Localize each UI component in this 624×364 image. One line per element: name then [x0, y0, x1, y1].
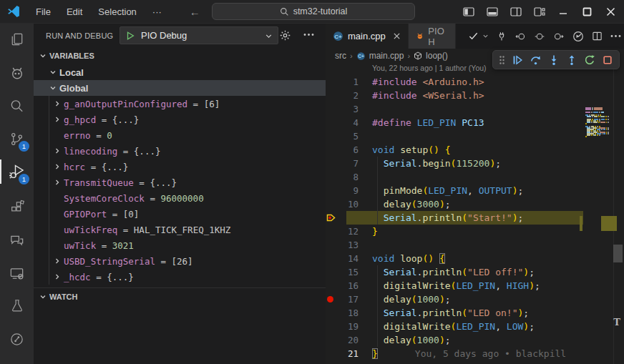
gear-icon[interactable] — [279, 29, 291, 41]
activity-explorer[interactable] — [0, 24, 34, 56]
variable-row[interactable]: uwTickFreq = HAL_TICK_FREQ_1KHZ — [34, 222, 326, 237]
variable-row[interactable]: g_hpcd = {...} — [34, 112, 326, 127]
more-actions-icon[interactable] — [303, 33, 314, 36]
code-line-10[interactable]: 10 delay(3000); — [326, 197, 624, 211]
activity-comments[interactable] — [0, 224, 34, 257]
activity-remote-explorer[interactable] — [0, 257, 34, 290]
gutter-marker[interactable] — [326, 184, 337, 197]
gutter-marker[interactable] — [326, 320, 337, 333]
step-into-icon[interactable] — [548, 54, 560, 66]
menu-selection[interactable]: Selection — [90, 0, 144, 24]
code-line-9[interactable]: 9 pinMode(LED_PIN, OUTPUT); — [326, 184, 624, 197]
activity-run-debug[interactable]: 1 — [0, 155, 34, 188]
code-editor[interactable]: You, 22 hours ago | 1 author (You) 1#inc… — [326, 63, 624, 364]
gutter-marker[interactable] — [326, 211, 337, 225]
code-line-5[interactable]: 5 — [326, 129, 624, 143]
watch-section-header[interactable]: WATCH — [34, 287, 326, 305]
circle-arrow-left-icon[interactable] — [515, 31, 526, 41]
step-over-icon[interactable] — [530, 54, 542, 66]
circle-arrow-right-icon[interactable] — [553, 31, 565, 41]
breakpoint-icon[interactable] — [327, 296, 333, 302]
stop-icon[interactable] — [602, 54, 613, 66]
tab-main-cpp[interactable]: C+ main.cpp — [326, 24, 409, 49]
run-or-debug-icon[interactable] — [572, 31, 584, 42]
pio-build-check-icon[interactable] — [468, 31, 479, 41]
code-line-8[interactable]: 8 — [326, 170, 624, 184]
activity-source-control[interactable]: 1 — [0, 122, 34, 155]
gutter-marker[interactable] — [326, 279, 337, 292]
code-line-7[interactable]: 7 Serial.begin(115200); — [326, 157, 624, 170]
code-line-19[interactable]: 19 digitalWrite(LED_PIN, LOW); — [326, 320, 624, 333]
gutter-marker[interactable] — [326, 157, 337, 170]
gutter-marker[interactable] — [326, 306, 337, 320]
code-line-17[interactable]: 17 delay(1000); — [326, 292, 624, 306]
activity-extensions[interactable] — [0, 191, 34, 224]
variable-row[interactable]: uwTick = 3021 — [34, 237, 326, 253]
code-line-2[interactable]: 2#include <WSerial.h> — [326, 89, 624, 102]
menu-more[interactable]: ··· — [145, 0, 170, 24]
gutter-marker[interactable] — [326, 347, 337, 360]
start-debug-icon[interactable] — [125, 31, 135, 41]
gutter-marker[interactable] — [326, 252, 337, 265]
scrollbar-thumb[interactable] — [613, 245, 623, 262]
breadcrumb-file[interactable]: main.cpp — [369, 51, 404, 61]
menu-edit[interactable]: Edit — [59, 0, 90, 24]
code-line-14[interactable]: 14void loop() { — [326, 252, 624, 265]
variable-row[interactable]: linecoding = {...} — [34, 143, 326, 159]
activity-search[interactable] — [0, 89, 34, 122]
gutter-marker[interactable] — [326, 89, 337, 102]
code-line-16[interactable]: 16 digitalWrite(LED_PIN, HIGH); — [326, 279, 624, 292]
gutter-marker[interactable] — [326, 102, 337, 116]
gutter-marker[interactable] — [326, 170, 337, 184]
gutter-marker[interactable] — [326, 197, 337, 211]
activity-platformio[interactable] — [0, 56, 34, 89]
tab-pio-home[interactable]: PIO H — [409, 24, 456, 49]
code-line-13[interactable]: 13 — [326, 238, 624, 252]
launch-config-select[interactable]: PIO Debug — [120, 26, 278, 44]
drag-handle-icon[interactable] — [499, 55, 505, 65]
variable-row[interactable]: g_anOutputPinConfigured = [6] — [34, 96, 326, 112]
continue-icon[interactable] — [512, 54, 523, 66]
gutter-marker[interactable] — [326, 333, 337, 347]
maximize-icon[interactable] — [577, 4, 596, 21]
minimap[interactable] — [585, 107, 610, 137]
gutter-marker[interactable] — [326, 225, 337, 238]
restart-icon[interactable] — [584, 54, 595, 66]
gutter-marker[interactable] — [326, 75, 337, 89]
code-line-18[interactable]: 18 Serial.println("LED on!"); — [326, 306, 624, 320]
code-line-6[interactable]: 6void setup() { — [326, 143, 624, 157]
tab-close-icon[interactable] — [393, 32, 401, 40]
gutter-marker[interactable] — [326, 238, 337, 252]
code-line-15[interactable]: 15 Serial.println("LED off!"); — [326, 265, 624, 279]
scope-row-global[interactable]: Global — [34, 80, 326, 96]
chevron-down-icon[interactable] — [482, 33, 489, 39]
activity-share[interactable] — [0, 323, 34, 355]
breadcrumb-symbol[interactable]: loop() — [426, 51, 448, 61]
close-icon[interactable] — [601, 4, 620, 21]
step-out-icon[interactable] — [566, 54, 577, 66]
gutter-marker[interactable] — [326, 116, 337, 129]
split-editor-icon[interactable] — [592, 31, 603, 41]
toggle-sidebar-icon[interactable] — [459, 4, 478, 21]
breadcrumb-src[interactable]: src — [335, 51, 346, 61]
variable-row[interactable]: TransmitQueue = {...} — [34, 174, 326, 190]
variable-row[interactable]: GPIOPort = [0] — [34, 206, 326, 222]
variable-row[interactable]: errno = 0 — [34, 127, 326, 143]
scope-row-local[interactable]: Local — [34, 64, 326, 80]
customize-layout-icon[interactable] — [530, 4, 549, 21]
variable-row[interactable]: hcrc = {...} — [34, 159, 326, 174]
variable-row[interactable]: USBD_StringSerial = [26] — [34, 253, 326, 269]
command-center-search[interactable]: stm32-tutorial — [212, 3, 415, 20]
code-line-3[interactable]: 3 — [326, 102, 624, 116]
menu-file[interactable]: File — [28, 0, 59, 24]
code-line-21[interactable]: 21}You, 5 days ago • blackpill — [326, 347, 624, 360]
gutter-marker[interactable] — [326, 292, 337, 306]
code-line-4[interactable]: 4#define LED_PIN PC13 — [326, 116, 624, 129]
variable-row[interactable]: _hcdc = {...} — [34, 269, 326, 285]
variables-section-header[interactable]: VARIABLES — [34, 47, 326, 64]
toggle-panel-icon[interactable] — [483, 4, 502, 21]
gutter-marker[interactable] — [326, 265, 337, 279]
gutter-marker[interactable] — [326, 143, 337, 157]
more-actions-icon[interactable] — [610, 34, 621, 38]
gutter-marker[interactable] — [326, 129, 337, 143]
